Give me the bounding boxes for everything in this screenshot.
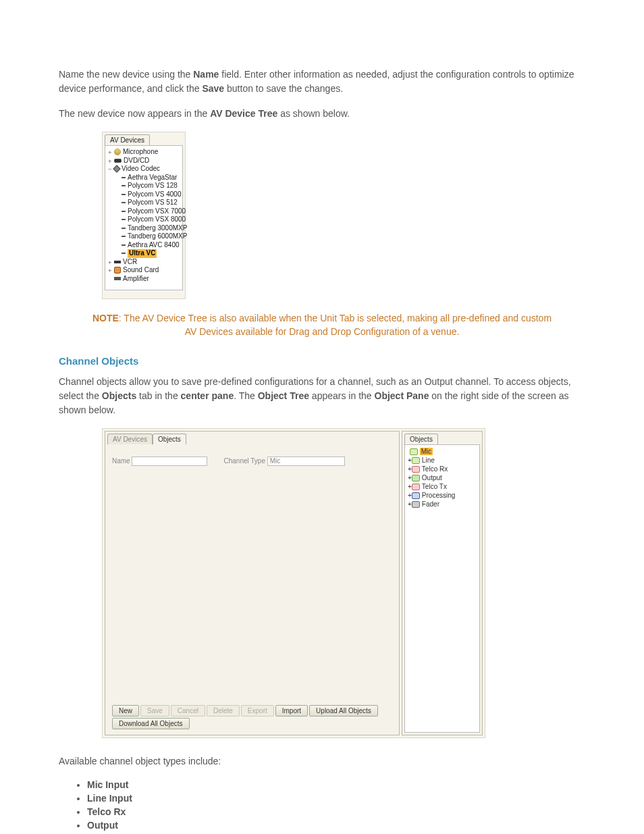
tree-node-sound-card[interactable]: +Sound Card — [107, 266, 181, 275]
tab-av-devices[interactable]: AV Devices — [105, 134, 150, 145]
tree-label: Sound Card — [123, 266, 159, 273]
upload-all-button[interactable]: Upload All Objects — [309, 705, 378, 716]
object-label: Output — [422, 474, 442, 481]
note-text: : The AV Device Tree is also available w… — [119, 313, 552, 337]
tree-node-video-codec[interactable]: −Video Codec — [107, 165, 181, 174]
object-label-selected: Mic — [420, 448, 433, 455]
expand-icon[interactable]: + — [408, 500, 412, 508]
av-device-tree-screenshot: AV Devices +Microphone +DVD/CD −Video Co… — [102, 132, 186, 299]
list-item: Line Input — [87, 793, 585, 804]
panel-tabs: AV Devices — [103, 132, 185, 145]
tab-av-devices[interactable]: AV Devices — [107, 434, 153, 444]
center-pane-tabs: AV Devices Objects — [105, 432, 399, 444]
tab-objects[interactable]: Objects — [153, 434, 186, 444]
mic-object-icon — [410, 448, 418, 455]
save-button[interactable]: Save — [140, 705, 169, 716]
tree-node-codec-item[interactable]: Polycom VSX 7000 — [107, 207, 181, 216]
tree-node-codec-item[interactable]: Polycom VS 128 — [107, 182, 181, 190]
center-pane-buttons: New Save Cancel Delete Export Import Upl… — [105, 701, 399, 735]
tree-node-codec-item[interactable]: Polycom VS 512 — [107, 199, 181, 207]
telco-tx-object-icon — [412, 484, 420, 490]
tree-node-dvdcd[interactable]: +DVD/CD — [107, 157, 181, 165]
tree-node-amplifier[interactable]: Amplifier — [107, 275, 181, 284]
expand-icon[interactable]: + — [408, 474, 412, 481]
processing-object-icon — [412, 492, 420, 499]
import-button[interactable]: Import — [275, 705, 308, 716]
pane-name: Object Pane — [375, 390, 429, 401]
channel-type-select[interactable]: Mic — [267, 457, 345, 466]
tree-label: Polycom VS 128 — [128, 182, 178, 189]
tree-label: Microphone — [123, 148, 158, 155]
text: The new device now appears in the — [59, 108, 210, 119]
object-pane-tabs: Objects — [402, 432, 482, 444]
fader-object-icon — [412, 501, 420, 508]
cancel-button[interactable]: Cancel — [171, 705, 205, 716]
expand-icon[interactable]: + — [108, 157, 114, 165]
expand-icon[interactable]: + — [408, 457, 412, 464]
note-label: NOTE — [92, 313, 119, 323]
tree-name: Object Tree — [258, 390, 309, 401]
object-node-processing[interactable]: +Processing — [406, 491, 478, 500]
expand-icon[interactable]: + — [408, 483, 412, 490]
paragraph-3: Channel objects allow you to save pre-de… — [59, 375, 585, 417]
tree-label-selected: Ultra VC — [128, 249, 157, 258]
line-object-icon — [412, 457, 420, 464]
center-pane-body — [105, 471, 399, 701]
tree-label: Aethra AVC 8400 — [128, 241, 180, 249]
object-node-mic[interactable]: Mic — [406, 447, 478, 456]
tree-name: AV Device Tree — [210, 108, 277, 119]
name-label: Name — [112, 457, 130, 464]
tree-label: Tandberg 6000MXP — [128, 232, 187, 240]
delete-button[interactable]: Delete — [207, 705, 240, 716]
tree-body: +Microphone +DVD/CD −Video Codec Aethra … — [105, 145, 183, 290]
tree-node-codec-item[interactable]: Polycom VS 4000 — [107, 190, 181, 199]
heading-channel-objects: Channel Objects — [59, 355, 585, 367]
tree-node-vcr[interactable]: +VCR — [107, 258, 181, 267]
list-item: Mic Input — [87, 779, 585, 790]
microphone-icon — [114, 148, 123, 155]
blank-icon — [108, 276, 114, 283]
expand-icon[interactable]: + — [408, 465, 412, 473]
export-button[interactable]: Export — [241, 705, 274, 716]
object-node-fader[interactable]: +Fader — [406, 500, 478, 509]
expand-icon[interactable]: + — [108, 149, 114, 156]
tree-node-codec-item[interactable]: Polycom VSX 8000 — [107, 215, 181, 224]
vcr-icon — [114, 258, 123, 265]
tree-node-codec-item[interactable]: Tandberg 6000MXP — [107, 232, 181, 241]
tree-label: DVD/CD — [124, 157, 149, 164]
new-button[interactable]: New — [112, 705, 139, 716]
download-all-button[interactable]: Download All Objects — [112, 718, 190, 729]
tree-node-codec-selected[interactable]: Ultra VC — [107, 249, 181, 258]
objects-pane-screenshot: AV Devices Objects Name Channel Type Mic… — [102, 428, 485, 738]
tree-label: Polycom VSX 7000 — [128, 207, 186, 215]
sound-card-icon — [114, 266, 123, 273]
text: appears in the — [309, 390, 375, 401]
tree-label: Amplifier — [123, 275, 149, 282]
name-input[interactable] — [132, 457, 207, 466]
text: . The — [234, 390, 258, 401]
expand-icon[interactable]: + — [408, 492, 412, 499]
object-node-telco-tx[interactable]: +Telco Tx — [406, 482, 478, 491]
telco-rx-object-icon — [412, 466, 420, 473]
tab-name: Objects — [102, 390, 136, 401]
center-pane: AV Devices Objects Name Channel Type Mic… — [105, 431, 400, 735]
tree-label: Tandberg 3000MXP — [128, 224, 187, 232]
object-node-output[interactable]: +Output — [406, 473, 478, 482]
tree-node-microphone[interactable]: +Microphone — [107, 148, 181, 157]
tree-node-codec-item[interactable]: Tandberg 3000MXP — [107, 224, 181, 233]
object-node-line[interactable]: +Line — [406, 456, 478, 465]
object-node-telco-rx[interactable]: +Telco Rx — [406, 465, 478, 473]
object-pane: Objects Mic +Line +Telco Rx +Output +Tel… — [402, 431, 483, 735]
field-name: Name — [193, 69, 219, 80]
disc-icon — [114, 157, 124, 164]
expand-icon[interactable]: + — [108, 259, 114, 266]
tab-objects[interactable]: Objects — [404, 434, 438, 444]
tree-node-codec-item[interactable]: Aethra AVC 8400 — [107, 241, 181, 250]
tree-node-codec-item[interactable]: Aethra VegaStar — [107, 174, 181, 182]
channel-type-group: Channel Type Mic — [223, 457, 344, 466]
object-label: Line — [422, 457, 435, 464]
expand-icon[interactable]: + — [108, 267, 114, 274]
document-page: Name the new device using the Name field… — [32, 0, 612, 834]
name-field-group: Name — [112, 457, 207, 466]
paragraph-4: Available channel object types include: — [59, 754, 585, 768]
